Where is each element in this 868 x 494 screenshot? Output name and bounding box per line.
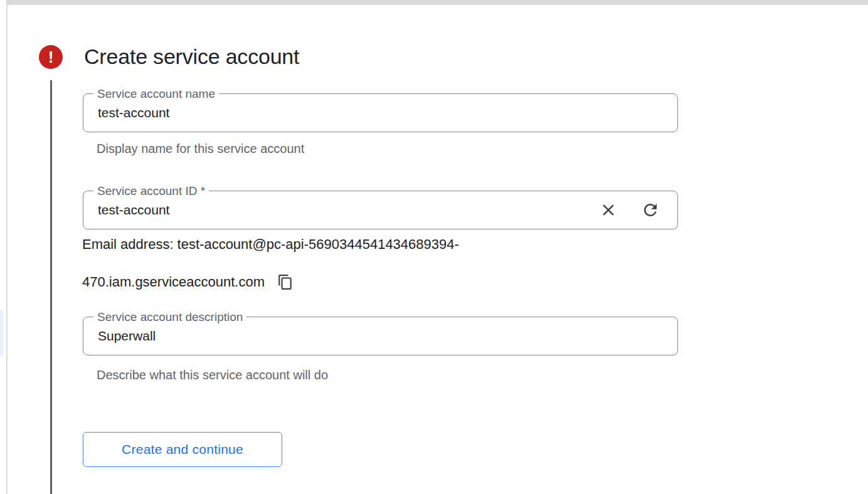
- service-account-name-helper: Display name for this service account: [97, 142, 304, 156]
- clear-id-button[interactable]: [599, 201, 618, 219]
- create-service-account-page: ! Create service account Service account…: [0, 0, 868, 494]
- service-account-name-field: Service account name: [83, 93, 678, 132]
- service-account-description-input[interactable]: [98, 318, 660, 354]
- page-title: Create service account: [84, 42, 299, 71]
- email-address-line-2: 470.iam.gserviceaccount.com: [82, 274, 294, 290]
- error-icon: !: [39, 45, 63, 69]
- left-edge-highlight: [0, 310, 3, 356]
- service-account-name-input[interactable]: [98, 95, 660, 131]
- service-account-description-field: Service account description: [83, 317, 678, 355]
- service-account-id-field: Service account ID *: [83, 191, 678, 229]
- top-divider: [6, 0, 868, 5]
- copy-icon: [277, 274, 294, 290]
- email-address-line-1: Email address: test-account@pc-api-56903…: [82, 236, 459, 253]
- service-account-description-helper: Describe what this service account will …: [97, 368, 328, 382]
- left-panel-divider: [6, 5, 8, 494]
- create-and-continue-button[interactable]: Create and continue: [83, 432, 282, 467]
- error-glyph: !: [48, 49, 54, 65]
- service-account-id-input[interactable]: [98, 192, 573, 228]
- close-icon: [599, 201, 618, 219]
- email-address-line-2-text: 470.iam.gserviceaccount.com: [82, 274, 265, 290]
- regenerate-id-button[interactable]: [641, 201, 660, 219]
- refresh-icon: [641, 201, 660, 219]
- stepper-connector-line: [50, 80, 52, 494]
- copy-email-button[interactable]: [277, 274, 294, 290]
